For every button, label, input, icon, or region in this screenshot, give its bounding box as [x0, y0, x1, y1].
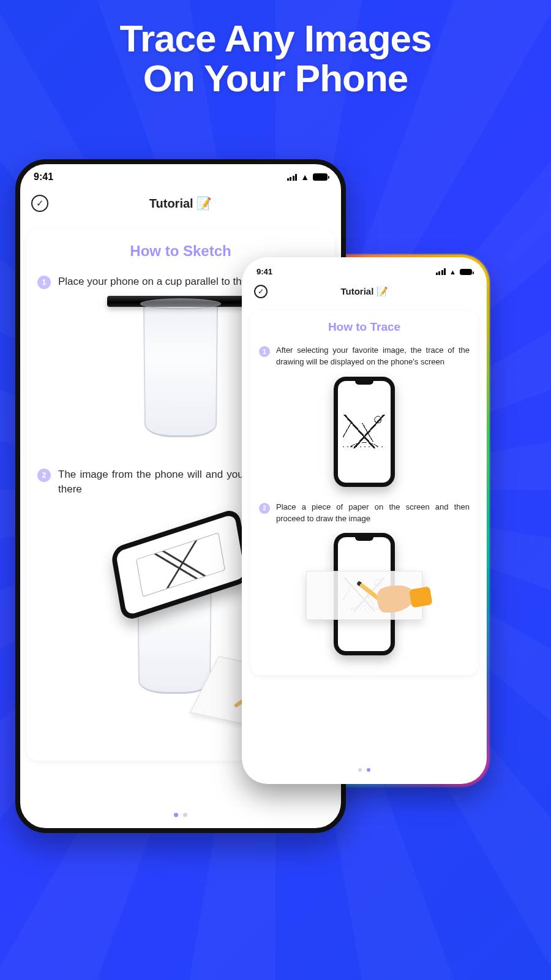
phone-mockup-front: 9:41 ▲︎ ✓ Tutorial 📝 How to Trace 1 Afte… — [242, 257, 487, 784]
check-circle-icon[interactable]: ✓ — [254, 285, 268, 298]
status-time: 9:41 — [34, 172, 53, 183]
status-time: 9:41 — [257, 267, 272, 276]
step-number: 1 — [259, 346, 270, 357]
page-indicator[interactable] — [246, 768, 483, 772]
tutorial-card: How to Trace 1 After selecting your favo… — [250, 311, 478, 675]
step-number: 2 — [37, 469, 51, 482]
hero-line-2: On Your Phone — [143, 57, 408, 99]
step-text: Place a piece of paper on the screen and… — [276, 502, 470, 525]
check-circle-icon[interactable]: ✓ — [31, 195, 48, 212]
cellular-icon — [436, 268, 446, 275]
step-text: After selecting your favorite image, the… — [276, 345, 470, 368]
illustration-trace-on-screen — [259, 377, 470, 487]
card-title: How to Trace — [259, 320, 470, 334]
step-text: Place your phone on a cup parallel to th… — [58, 274, 273, 290]
status-bar: 9:41 ▲︎ — [246, 261, 483, 279]
step-number: 2 — [259, 503, 270, 514]
screen-header: ✓ Tutorial 📝 — [20, 186, 341, 221]
glass-cup-icon — [144, 302, 217, 443]
step-1: 1 After selecting your favorite image, t… — [259, 345, 470, 368]
sketch-icon — [136, 532, 226, 597]
mountain-sketch-icon — [343, 415, 386, 448]
header-title: Tutorial 📝 — [246, 286, 483, 297]
hero-title: Trace Any Images On Your Phone — [0, 18, 551, 98]
step-2: 2 Place a piece of paper on the screen a… — [259, 502, 470, 525]
step-number: 1 — [37, 276, 51, 289]
mini-phone-icon — [334, 377, 395, 487]
battery-icon — [460, 269, 472, 275]
cellular-icon — [287, 174, 298, 181]
page-dot[interactable] — [358, 768, 362, 772]
hero-line-1: Trace Any Images — [120, 17, 432, 59]
illustration-paper-over-phone — [259, 533, 470, 662]
header-title: Tutorial 📝 — [20, 196, 341, 211]
page-indicator[interactable] — [20, 813, 341, 817]
battery-icon — [313, 173, 328, 181]
status-bar: 9:41 ▲︎ — [20, 164, 341, 186]
page-dot[interactable] — [183, 813, 187, 817]
screen-header: ✓ Tutorial 📝 — [246, 279, 483, 304]
wifi-icon: ▲︎ — [301, 172, 309, 182]
page-dot[interactable] — [174, 813, 178, 817]
page-dot[interactable] — [367, 768, 370, 772]
wifi-icon: ▲︎ — [449, 268, 456, 276]
